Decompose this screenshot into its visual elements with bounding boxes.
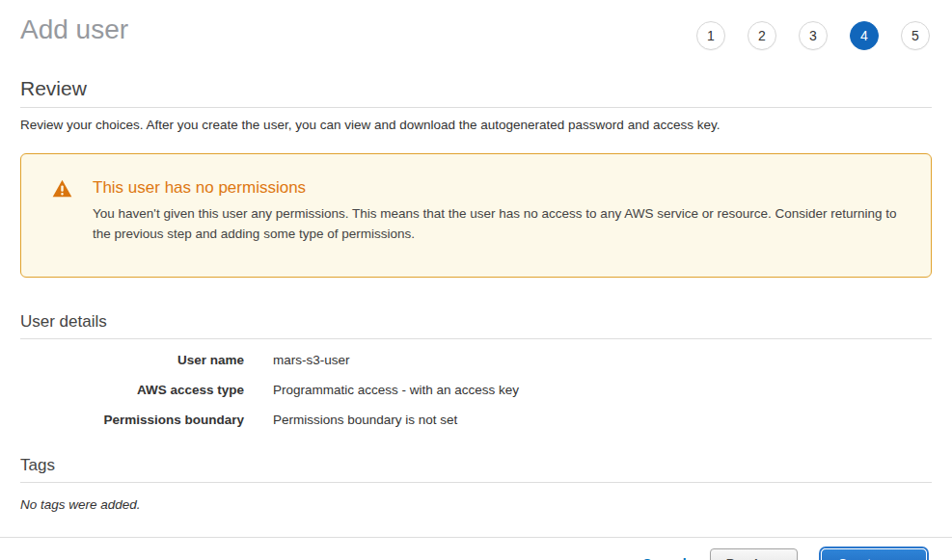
previous-button[interactable]: Previous — [710, 548, 798, 560]
review-description: Review your choices. After you create th… — [20, 118, 932, 132]
tags-empty-text: No tags were added. — [20, 497, 932, 512]
step-5[interactable]: 5 — [901, 21, 930, 50]
detail-label: User name — [20, 354, 244, 367]
detail-row-access-type: AWS access type Programmatic access - wi… — [20, 384, 932, 397]
warning-body: You haven't given this user any permissi… — [93, 203, 911, 244]
review-heading: Review — [20, 77, 932, 100]
wizard-header: Add user 1 2 3 4 5 — [0, 0, 952, 50]
detail-value: mars-s3-user — [273, 354, 350, 367]
step-2[interactable]: 2 — [748, 21, 776, 50]
detail-value: Permissions boundary is not set — [273, 413, 457, 427]
warning-content: This user has no permissions You haven't… — [93, 178, 911, 244]
tags-divider — [20, 482, 932, 483]
step-1[interactable]: 1 — [696, 21, 725, 50]
cancel-link[interactable]: Cancel — [642, 556, 687, 560]
create-user-button[interactable]: Create user — [821, 548, 927, 560]
user-details-heading: User details — [20, 312, 932, 332]
detail-value: Programmatic access - with an access key — [273, 384, 519, 397]
detail-row-permissions-boundary: Permissions boundary Permissions boundar… — [20, 413, 932, 427]
footer-actions: Cancel Previous Create user — [0, 538, 952, 560]
review-divider — [20, 107, 932, 108]
warning-title: This user has no permissions — [93, 178, 911, 198]
page-title: Add user — [20, 15, 128, 45]
user-details-table: User name mars-s3-user AWS access type P… — [20, 354, 932, 427]
step-3[interactable]: 3 — [799, 21, 828, 50]
detail-row-user-name: User name mars-s3-user — [20, 354, 932, 367]
detail-label: AWS access type — [20, 384, 244, 397]
tags-heading: Tags — [20, 456, 932, 475]
user-details-divider — [20, 338, 932, 339]
detail-label: Permissions boundary — [20, 413, 244, 427]
step-indicator: 1 2 3 4 5 — [696, 21, 930, 50]
step-4-active[interactable]: 4 — [850, 21, 879, 50]
no-permissions-warning-box: This user has no permissions You haven't… — [20, 153, 932, 278]
warning-triangle-icon — [52, 179, 72, 244]
